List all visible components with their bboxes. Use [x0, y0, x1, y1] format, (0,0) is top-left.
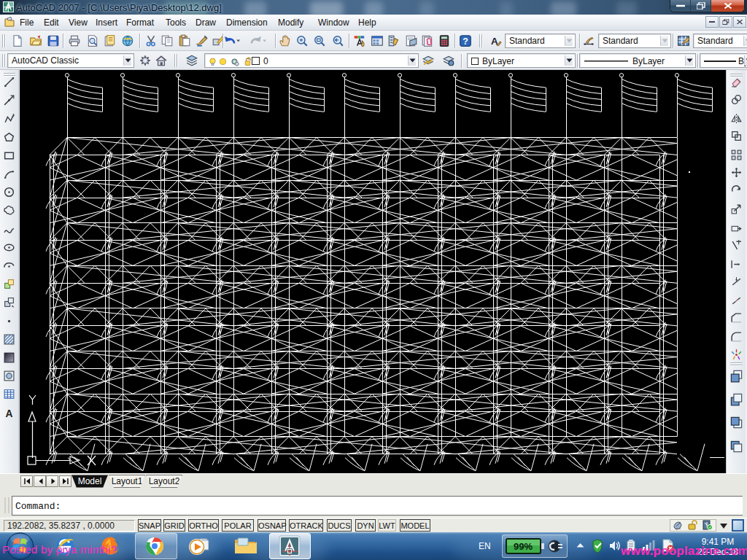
svg-text:?: ? — [462, 36, 468, 47]
svg-text:A: A — [6, 408, 13, 419]
svg-text:99%: 99% — [514, 541, 533, 552]
